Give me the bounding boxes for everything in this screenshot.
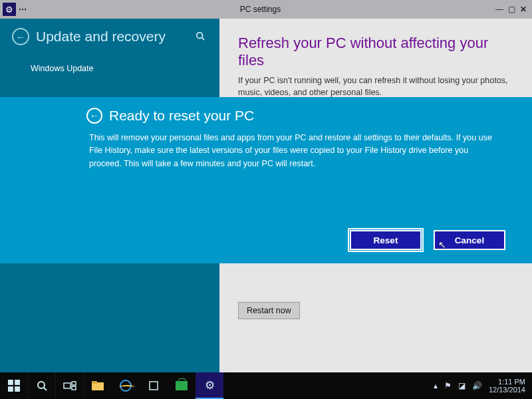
cursor-icon: ↖ <box>438 239 446 250</box>
reset-button[interactable]: Reset <box>350 230 422 250</box>
window-title-bar: ⚙ ⋯ PC settings — ▢ ✕ <box>0 0 532 19</box>
minimize-button[interactable]: — <box>493 5 505 14</box>
refresh-body: If your PC isn't running well, you can r… <box>238 74 513 98</box>
sidebar-header: ← Update and recovery <box>12 28 219 45</box>
file-explorer-icon[interactable] <box>84 372 112 399</box>
clock-time: 1:11 PM <box>489 378 525 386</box>
dialog-body: This will remove your personal files and… <box>89 132 501 170</box>
svg-rect-5 <box>15 386 20 392</box>
windows-logo-icon <box>8 380 20 392</box>
maximize-button[interactable]: ▢ <box>505 5 517 14</box>
svg-line-1 <box>202 37 205 40</box>
app-icon: ⚙ <box>3 3 16 16</box>
search-icon[interactable] <box>196 31 205 43</box>
sidebar-item-windows-update[interactable]: Windows Update <box>31 64 219 73</box>
svg-rect-8 <box>64 383 70 388</box>
back-icon[interactable]: ← <box>12 28 29 45</box>
dialog-back-icon[interactable]: ← <box>86 108 102 124</box>
svg-point-0 <box>197 32 203 38</box>
system-tray: ▴ ⚑ ◪ 🔊 1:11 PM 12/13/2014 <box>434 378 532 394</box>
svg-rect-3 <box>15 380 20 385</box>
svg-rect-9 <box>72 382 76 385</box>
svg-rect-13 <box>150 382 158 390</box>
svg-rect-2 <box>8 380 13 385</box>
task-view-icon[interactable] <box>56 372 84 399</box>
reset-dialog: ← Ready to reset your PC This will remov… <box>0 97 532 263</box>
tray-up-icon[interactable]: ▴ <box>434 381 438 390</box>
more-icon[interactable]: ⋯ <box>19 5 27 14</box>
app-icon-generic[interactable] <box>140 372 168 399</box>
volume-icon[interactable]: 🔊 <box>472 381 482 390</box>
svg-rect-4 <box>8 386 13 392</box>
internet-explorer-icon[interactable] <box>112 372 140 399</box>
store-icon[interactable] <box>168 372 196 399</box>
network-icon[interactable]: ◪ <box>458 381 466 390</box>
window-title: PC settings <box>27 5 493 14</box>
clock-date: 12/13/2014 <box>489 386 525 394</box>
svg-point-6 <box>38 382 45 388</box>
restart-now-button[interactable]: Restart now <box>238 302 300 319</box>
refresh-heading: Refresh your PC without affecting your f… <box>238 35 513 69</box>
dialog-title: Ready to reset your PC <box>109 108 254 124</box>
settings-app-icon[interactable]: ⚙ <box>196 372 223 399</box>
svg-rect-10 <box>72 386 76 390</box>
svg-rect-12 <box>92 381 97 384</box>
action-center-icon[interactable]: ⚑ <box>444 381 452 390</box>
taskbar-search-icon[interactable] <box>28 372 56 399</box>
start-button[interactable] <box>0 372 28 399</box>
svg-line-7 <box>44 388 47 390</box>
clock[interactable]: 1:11 PM 12/13/2014 <box>489 378 525 394</box>
taskbar: ⚙ ▴ ⚑ ◪ 🔊 1:11 PM 12/13/2014 <box>0 372 532 399</box>
sidebar-title: Update and recovery <box>36 29 166 45</box>
close-button[interactable]: ✕ <box>517 5 529 14</box>
